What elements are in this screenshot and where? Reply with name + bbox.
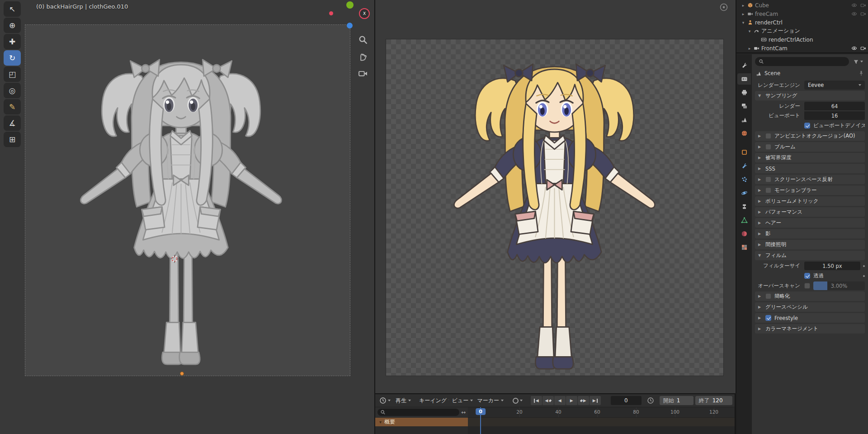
tool-add-cube-button[interactable]: ⊞ [4, 132, 21, 147]
sampling-viewport-field[interactable]: 16 [804, 111, 865, 120]
panel-header-hair[interactable]: ▶ ヘアー [755, 218, 865, 228]
panel-header-film[interactable]: ▼ フィルム [755, 251, 865, 260]
tab-world-properties[interactable] [737, 128, 751, 139]
tab-constraint-properties[interactable] [737, 201, 751, 212]
panel-header-volumetrics[interactable]: ▶ ボリュームメトリック [755, 196, 865, 206]
tab-physics-properties[interactable] [737, 187, 751, 199]
disclosure-icon[interactable]: ▾ [741, 20, 745, 25]
tab-object-data-properties[interactable] [737, 215, 751, 226]
pan-hand-button[interactable] [358, 51, 369, 62]
panel-header-shadows[interactable]: ▶ 影 [755, 229, 865, 238]
gizmo-collapsed-icon[interactable] [719, 3, 728, 12]
gizmo-axis-z[interactable] [347, 23, 353, 29]
outliner-row-animation[interactable]: ▾ アニメーション [736, 27, 868, 35]
gizmo-axis-y[interactable] [346, 1, 354, 9]
tab-tool[interactable] [737, 60, 751, 71]
prev-keyframe-button[interactable]: ◀ [542, 396, 554, 405]
panel-header-ambient-occlusion[interactable]: ▶ アンビエントオクルージョン(AO) [755, 131, 865, 141]
simplify-checkbox[interactable] [765, 293, 771, 299]
tool-scale-button[interactable]: ◰ [4, 67, 21, 82]
bloom-checkbox[interactable] [765, 144, 771, 150]
viewport-denoise-checkbox[interactable] [804, 123, 810, 129]
tab-object-properties[interactable] [737, 147, 751, 158]
zoom-button[interactable] [358, 34, 369, 45]
outliner-row-cube[interactable]: ▸ Cube [736, 1, 868, 10]
motion-blur-checkbox[interactable] [765, 187, 771, 193]
sampling-render-field[interactable]: 64 [804, 102, 865, 110]
summary-channel[interactable]: ▾ 概要 [375, 418, 468, 426]
tab-view-layer-properties[interactable] [737, 100, 751, 112]
decorator-dot[interactable] [863, 265, 865, 267]
panel-header-bloom[interactable]: ▶ ブルーム [755, 142, 865, 152]
ssr-checkbox[interactable] [765, 176, 771, 182]
tool-transform-button[interactable]: ◎ [4, 83, 21, 98]
menu-view[interactable]: ビュー [449, 396, 474, 405]
jump-to-start-button[interactable]: ◀ [531, 396, 542, 405]
channel-search-input[interactable] [377, 409, 459, 416]
play-reverse-button[interactable]: ◀ [554, 396, 566, 405]
panel-header-simplify[interactable]: ▶ 簡略化 [755, 291, 865, 301]
disable-render-camera-icon[interactable] [860, 11, 866, 17]
menu-marker[interactable]: マーカー [474, 396, 503, 405]
tool-3d-cursor-button[interactable]: ⊕ [4, 18, 21, 33]
transparent-checkbox[interactable] [804, 273, 810, 279]
panel-header-sampling[interactable]: ▼ サンプリング [755, 91, 865, 100]
disable-render-camera-icon[interactable] [860, 45, 866, 51]
playback-popover-button[interactable] [377, 397, 392, 404]
tab-texture-properties[interactable] [737, 242, 751, 253]
panel-header-performance[interactable]: ▶ パフォーマンス [755, 207, 865, 217]
outliner-row-renderctrl[interactable]: ▾ renderCtrl [736, 18, 868, 27]
outliner[interactable]: ▸ Cube ▸ freeCam ▾ render [736, 0, 868, 53]
panel-header-freestyle[interactable]: ▶ Freestyle [755, 313, 865, 323]
preview-range-button[interactable] [645, 397, 656, 404]
next-keyframe-button[interactable]: ▶ [578, 396, 589, 405]
panel-header-screen-space-reflections[interactable]: ▶ スクリーンスペース反射 [755, 175, 865, 184]
tab-scene-properties[interactable] [737, 114, 751, 125]
viewport-3d-solid[interactable]: (0) backHairGrp | clothGeo.010 ↖ ⊕ ✚ ↻ ◰… [0, 0, 375, 434]
tool-move-button[interactable]: ✚ [4, 34, 21, 49]
viewport-render-preview[interactable] [375, 0, 736, 393]
freestyle-checkbox[interactable] [765, 315, 771, 321]
panel-header-sss[interactable]: ▶ SSS [755, 164, 865, 173]
pin-icon[interactable] [859, 71, 864, 76]
properties-search-input[interactable] [755, 57, 849, 66]
frame-end-field[interactable]: 終了 120 [695, 396, 732, 405]
gizmo-axis-x[interactable]: X [359, 8, 370, 19]
overscan-slider[interactable]: 3.00% [813, 281, 865, 290]
character-model-clay[interactable] [67, 43, 295, 373]
timeline-ruler[interactable]: 20 40 60 80 100 120 [468, 407, 735, 418]
panel-header-indirect-lighting[interactable]: ▶ 間接照明 [755, 240, 865, 249]
panel-header-depth-of-field[interactable]: ▶ 被写界深度 [755, 153, 865, 162]
outliner-row-renderctrlaction[interactable]: renderCtrlAction [736, 35, 868, 44]
panel-header-grease-pencil[interactable]: ▶ グリースペンシル [755, 302, 865, 312]
outliner-row-freecam[interactable]: ▸ freeCam [736, 10, 868, 18]
panel-header-color-management[interactable]: ▶ カラーマネージメント [755, 324, 865, 334]
hide-eye-icon[interactable] [851, 11, 857, 17]
tool-annotate-button[interactable]: ✎ [4, 99, 21, 114]
panel-header-motion-blur[interactable]: ▶ モーションブラー [755, 186, 865, 195]
menu-playback[interactable]: 再生 [392, 396, 416, 405]
expand-channels-icon[interactable]: ↔ [461, 409, 466, 415]
gizmo-axis-x-neg[interactable] [329, 11, 333, 15]
tool-measure-button[interactable]: ∡ [4, 115, 21, 131]
disclosure-icon[interactable]: ▸ [741, 3, 745, 8]
disclosure-icon[interactable]: ▾ [747, 29, 752, 33]
tab-modifier-properties[interactable] [737, 160, 751, 172]
tab-material-properties[interactable] [737, 228, 751, 239]
menu-keying[interactable]: キーイング [416, 396, 449, 405]
decorator-dot[interactable] [863, 275, 865, 277]
disclosure-icon[interactable]: ▸ [741, 12, 745, 16]
current-frame-field[interactable]: 0 [611, 396, 642, 405]
overscan-checkbox[interactable] [804, 283, 810, 289]
tool-select-box-button[interactable]: ↖ [4, 1, 21, 17]
timeline-editor[interactable]: 再生 キーイング ビュー マーカー ◀ ◀ ◀ ▶ ▶ ▶ 0 開始 [375, 393, 736, 434]
auto-keying-button[interactable] [511, 398, 524, 404]
breadcrumb-scene[interactable]: Scene [764, 70, 780, 76]
navigation-gizmo[interactable]: X [325, 0, 372, 33]
disclosure-icon[interactable]: ▸ [747, 46, 752, 51]
properties-filter-button[interactable] [851, 59, 865, 65]
hide-eye-icon[interactable] [851, 2, 857, 8]
filter-size-field[interactable]: 1.50 px [804, 262, 860, 270]
camera-view-button[interactable] [358, 68, 369, 79]
outliner-row-frontcam[interactable]: ▸ FrontCam [736, 44, 868, 52]
